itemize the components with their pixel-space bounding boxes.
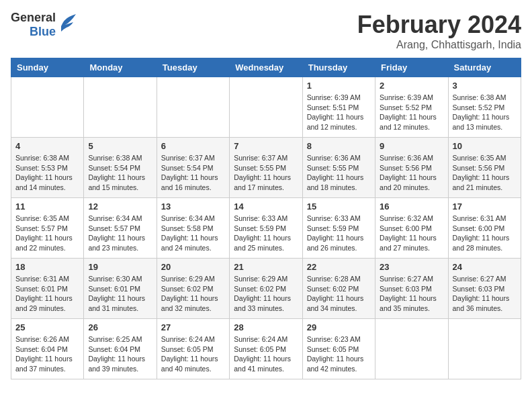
calendar-cell: [84, 77, 157, 138]
day-number: 8: [307, 141, 371, 151]
calendar-cell: 10Sunrise: 6:35 AMSunset: 5:56 PMDayligh…: [448, 138, 521, 198]
day-info: Sunrise: 6:30 AMSunset: 6:01 PMDaylight:…: [88, 274, 152, 314]
logo-general-text: General: [11, 11, 56, 25]
day-number: 28: [234, 322, 298, 332]
calendar-cell: 29Sunrise: 6:23 AMSunset: 6:05 PMDayligh…: [302, 319, 375, 379]
day-number: 17: [453, 201, 517, 212]
day-info: Sunrise: 6:35 AMSunset: 5:57 PMDaylight:…: [15, 214, 79, 253]
day-number: 29: [307, 322, 371, 332]
calendar-week-4: 18Sunrise: 6:31 AMSunset: 6:01 PMDayligh…: [11, 259, 521, 319]
day-info: Sunrise: 6:38 AMSunset: 5:52 PMDaylight:…: [453, 93, 517, 132]
calendar-cell: 12Sunrise: 6:34 AMSunset: 5:57 PMDayligh…: [84, 198, 157, 259]
calendar-cell: [448, 319, 521, 379]
day-number: 10: [453, 141, 517, 151]
day-info: Sunrise: 6:36 AMSunset: 5:56 PMDaylight:…: [380, 153, 443, 193]
calendar-cell: 6Sunrise: 6:37 AMSunset: 5:54 PMDaylight…: [157, 138, 229, 198]
calendar-cell: 8Sunrise: 6:36 AMSunset: 5:55 PMDaylight…: [302, 138, 375, 198]
day-info: Sunrise: 6:29 AMSunset: 6:02 PMDaylight:…: [161, 274, 225, 314]
calendar-cell: 1Sunrise: 6:39 AMSunset: 5:51 PMDaylight…: [302, 77, 375, 138]
day-info: Sunrise: 6:25 AMSunset: 6:04 PMDaylight:…: [88, 334, 152, 374]
day-number: 18: [15, 262, 79, 272]
day-number: 3: [453, 81, 517, 91]
calendar-cell: 4Sunrise: 6:38 AMSunset: 5:53 PMDaylight…: [11, 138, 84, 198]
location-title: Arang, Chhattisgarh, India: [357, 39, 521, 51]
day-info: Sunrise: 6:33 AMSunset: 5:59 PMDaylight:…: [234, 214, 298, 253]
calendar-cell: 3Sunrise: 6:38 AMSunset: 5:52 PMDaylight…: [448, 77, 521, 138]
header-day-tuesday: Tuesday: [157, 58, 229, 77]
day-info: Sunrise: 6:27 AMSunset: 6:03 PMDaylight:…: [380, 274, 443, 314]
calendar-cell: 7Sunrise: 6:37 AMSunset: 5:55 PMDaylight…: [230, 138, 302, 198]
day-number: 5: [88, 141, 152, 151]
day-info: Sunrise: 6:27 AMSunset: 6:03 PMDaylight:…: [453, 274, 517, 314]
calendar-table: SundayMondayTuesdayWednesdayThursdayFrid…: [11, 58, 521, 379]
day-number: 19: [88, 262, 152, 272]
day-info: Sunrise: 6:35 AMSunset: 5:56 PMDaylight:…: [453, 153, 517, 193]
day-number: 7: [234, 141, 298, 151]
day-info: Sunrise: 6:37 AMSunset: 5:55 PMDaylight:…: [234, 153, 298, 193]
calendar-cell: 27Sunrise: 6:24 AMSunset: 6:05 PMDayligh…: [157, 319, 229, 379]
day-info: Sunrise: 6:38 AMSunset: 5:53 PMDaylight:…: [15, 153, 79, 193]
header-day-thursday: Thursday: [302, 58, 375, 77]
calendar-cell: 2Sunrise: 6:39 AMSunset: 5:52 PMDaylight…: [375, 77, 448, 138]
calendar-cell: [230, 77, 302, 138]
calendar-cell: 20Sunrise: 6:29 AMSunset: 6:02 PMDayligh…: [157, 259, 229, 319]
day-number: 11: [15, 201, 79, 212]
day-number: 27: [161, 322, 225, 332]
logo: General Blue: [11, 11, 77, 39]
calendar-cell: 26Sunrise: 6:25 AMSunset: 6:04 PMDayligh…: [84, 319, 157, 379]
day-info: Sunrise: 6:32 AMSunset: 6:00 PMDaylight:…: [380, 214, 443, 253]
day-number: 25: [15, 322, 79, 332]
day-number: 24: [453, 262, 517, 272]
calendar-cell: [11, 77, 84, 138]
calendar-cell: 5Sunrise: 6:38 AMSunset: 5:54 PMDaylight…: [84, 138, 157, 198]
header-day-saturday: Saturday: [448, 58, 521, 77]
calendar-cell: 18Sunrise: 6:31 AMSunset: 6:01 PMDayligh…: [11, 259, 84, 319]
calendar-cell: 13Sunrise: 6:34 AMSunset: 5:58 PMDayligh…: [157, 198, 229, 259]
day-info: Sunrise: 6:28 AMSunset: 6:02 PMDaylight:…: [307, 274, 371, 314]
header-day-monday: Monday: [84, 58, 157, 77]
calendar-header: SundayMondayTuesdayWednesdayThursdayFrid…: [11, 58, 521, 77]
title-area: February 2024 Arang, Chhattisgarh, India: [357, 11, 521, 51]
day-info: Sunrise: 6:34 AMSunset: 5:58 PMDaylight:…: [161, 214, 225, 253]
day-info: Sunrise: 6:31 AMSunset: 6:00 PMDaylight:…: [453, 214, 517, 253]
calendar-cell: 22Sunrise: 6:28 AMSunset: 6:02 PMDayligh…: [302, 259, 375, 319]
calendar-cell: 21Sunrise: 6:29 AMSunset: 6:02 PMDayligh…: [230, 259, 302, 319]
calendar-week-2: 4Sunrise: 6:38 AMSunset: 5:53 PMDaylight…: [11, 138, 521, 198]
day-number: 23: [380, 262, 443, 272]
day-number: 16: [380, 201, 443, 212]
calendar-week-5: 25Sunrise: 6:26 AMSunset: 6:04 PMDayligh…: [11, 319, 521, 379]
day-number: 9: [380, 141, 443, 151]
day-info: Sunrise: 6:34 AMSunset: 5:57 PMDaylight:…: [88, 214, 152, 253]
day-info: Sunrise: 6:38 AMSunset: 5:54 PMDaylight:…: [88, 153, 152, 193]
month-title: February 2024: [357, 11, 521, 39]
day-info: Sunrise: 6:36 AMSunset: 5:55 PMDaylight:…: [307, 153, 371, 193]
logo-bird-icon: [58, 13, 77, 37]
day-number: 21: [234, 262, 298, 272]
day-info: Sunrise: 6:39 AMSunset: 5:52 PMDaylight:…: [380, 93, 443, 132]
calendar-cell: 15Sunrise: 6:33 AMSunset: 5:59 PMDayligh…: [302, 198, 375, 259]
day-info: Sunrise: 6:23 AMSunset: 6:05 PMDaylight:…: [307, 334, 371, 374]
day-number: 20: [161, 262, 225, 272]
calendar-cell: [157, 77, 229, 138]
day-info: Sunrise: 6:31 AMSunset: 6:01 PMDaylight:…: [15, 274, 79, 314]
header-day-friday: Friday: [375, 58, 448, 77]
day-number: 26: [88, 322, 152, 332]
header-day-wednesday: Wednesday: [230, 58, 302, 77]
calendar-cell: 11Sunrise: 6:35 AMSunset: 5:57 PMDayligh…: [11, 198, 84, 259]
calendar-cell: 23Sunrise: 6:27 AMSunset: 6:03 PMDayligh…: [375, 259, 448, 319]
day-number: 1: [307, 81, 371, 91]
header-day-sunday: Sunday: [11, 58, 84, 77]
day-number: 6: [161, 141, 225, 151]
day-number: 12: [88, 201, 152, 212]
calendar-week-3: 11Sunrise: 6:35 AMSunset: 5:57 PMDayligh…: [11, 198, 521, 259]
logo-blue-text: Blue: [30, 25, 56, 39]
day-number: 2: [380, 81, 443, 91]
calendar-cell: 9Sunrise: 6:36 AMSunset: 5:56 PMDaylight…: [375, 138, 448, 198]
day-info: Sunrise: 6:33 AMSunset: 5:59 PMDaylight:…: [307, 214, 371, 253]
calendar-week-1: 1Sunrise: 6:39 AMSunset: 5:51 PMDaylight…: [11, 77, 521, 138]
day-info: Sunrise: 6:24 AMSunset: 6:05 PMDaylight:…: [234, 334, 298, 374]
day-number: 4: [15, 141, 79, 151]
calendar-cell: 25Sunrise: 6:26 AMSunset: 6:04 PMDayligh…: [11, 319, 84, 379]
calendar-cell: 24Sunrise: 6:27 AMSunset: 6:03 PMDayligh…: [448, 259, 521, 319]
day-number: 15: [307, 201, 371, 212]
